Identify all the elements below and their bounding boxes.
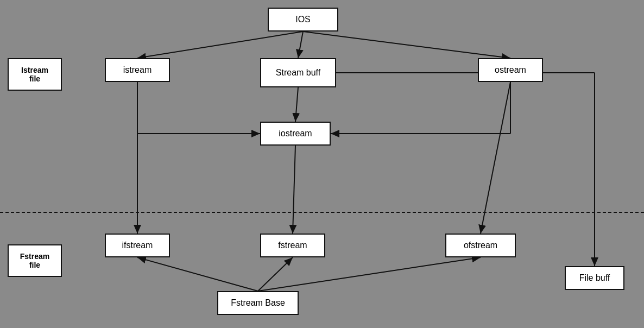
- svg-line-11: [481, 82, 510, 234]
- svg-line-6: [295, 87, 298, 122]
- node-ios: IOS: [268, 8, 338, 31]
- arrows-svg: [0, 0, 644, 328]
- svg-line-15: [258, 257, 293, 291]
- label-fstream-file: Fstream file: [8, 244, 62, 277]
- node-iostream: iostream: [260, 122, 331, 146]
- svg-line-14: [137, 257, 258, 291]
- node-ostream: ostream: [478, 58, 543, 82]
- node-ofstream: ofstream: [445, 234, 516, 257]
- node-ifstream: ifstream: [105, 234, 170, 257]
- node-stream-buff: Stream buff: [260, 58, 336, 87]
- node-file-buff: File buff: [565, 266, 624, 290]
- svg-line-3: [303, 31, 510, 58]
- dashed-separator: [0, 212, 644, 213]
- node-fstream: fstream: [260, 234, 325, 257]
- label-istream-file: Istream file: [8, 58, 62, 91]
- svg-line-16: [258, 257, 481, 291]
- node-fstream-base: Fstream Base: [217, 291, 299, 315]
- node-istream: istream: [105, 58, 170, 82]
- svg-line-2: [298, 31, 303, 58]
- diagram-container: IOS istream Stream buff ostream iostream…: [0, 0, 644, 328]
- svg-line-1: [137, 31, 303, 58]
- svg-line-10: [293, 146, 295, 234]
